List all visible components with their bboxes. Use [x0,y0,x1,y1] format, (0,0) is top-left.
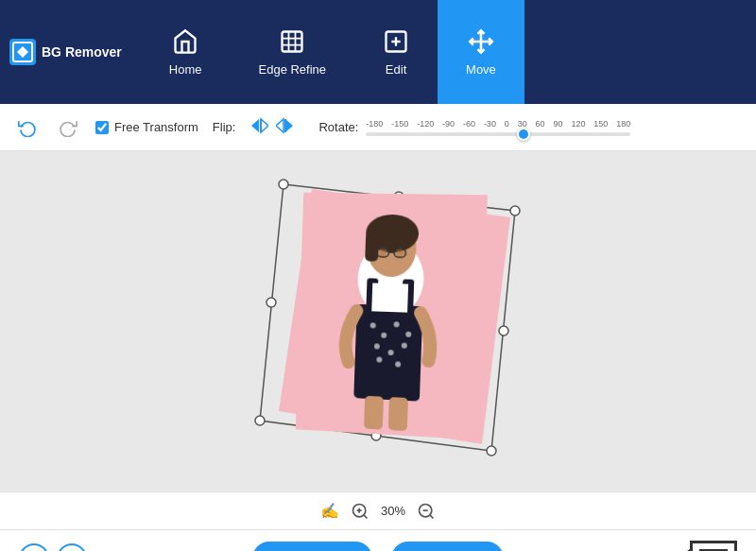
flip-left-icon [251,117,268,134]
app-logo: BG Remover [9,39,122,65]
svg-rect-37 [364,396,384,430]
logo-icon [9,39,36,65]
rotate-section: Rotate: -180-150-120-90-60-3003060901201… [318,114,630,141]
redo-icon [59,118,77,137]
tab-move-label: Move [466,62,496,77]
canvas-area [0,151,756,491]
rotate-label: Rotate: [318,120,358,134]
svg-line-40 [364,514,368,518]
arrow-indicator [690,541,737,552]
footer-nav [19,543,87,552]
free-transform-label: Free Transform [114,120,198,134]
new-image-button[interactable]: New Image [252,542,372,552]
edge-refine-icon [279,28,305,55]
next-button[interactable] [57,543,87,552]
app-title: BG Remover [42,44,122,60]
undo-icon [18,118,37,137]
svg-rect-38 [388,397,408,431]
image-preview [296,193,488,440]
redo-button[interactable] [55,114,81,141]
nav-tabs: Home Edge Refine Edit Move [141,0,524,104]
free-transform-control: Free Transform [95,120,198,134]
svg-marker-8 [261,119,268,132]
tab-edit[interactable]: Edit [354,0,438,104]
tab-edit-label: Edit [386,62,406,77]
svg-marker-6 [251,119,259,132]
undo-button[interactable] [14,114,41,141]
flip-arrows [249,115,295,139]
app-header: BG Remover Home Edge Refine Edit [0,0,756,104]
handle-br[interactable] [487,446,496,456]
handle-lm[interactable] [266,298,276,307]
rotate-ruler[interactable]: -180-150-120-90-60-300306090120150180 [366,114,630,141]
flip-right-icon [276,117,293,134]
svg-marker-9 [276,119,284,132]
download-button[interactable]: Download [391,542,503,552]
hand-tool-button[interactable]: ✍ [320,502,339,520]
svg-rect-2 [283,31,302,51]
svg-line-44 [430,514,434,518]
footer: New Image Download [0,529,756,551]
prev-button[interactable] [19,543,49,552]
tab-edge-refine-label: Edge Refine [259,62,327,77]
rotate-handle[interactable] [517,128,530,141]
flip-label: Flip: [213,120,236,134]
zoom-bar: ✍ 30% [0,491,756,529]
move-icon [468,28,494,55]
zoom-in-button[interactable] [351,502,369,521]
zoom-in-icon [351,502,369,521]
svg-rect-31 [365,232,379,261]
flip-vertical-button[interactable] [274,115,295,139]
zoom-percent-label: 30% [381,504,405,518]
handle-tr[interactable] [510,206,520,215]
toolbar: Free Transform Flip: Rotate: -180-150-12… [0,104,756,151]
home-icon [172,28,198,55]
free-transform-checkbox[interactable] [95,121,109,134]
tab-move[interactable]: Move [438,0,524,104]
handle-tl[interactable] [279,180,288,189]
edit-icon [383,28,409,55]
tab-edge-refine[interactable]: Edge Refine [231,0,355,104]
zoom-out-button[interactable] [417,502,436,521]
flip-horizontal-button[interactable] [249,115,270,139]
handle-rm[interactable] [499,326,508,336]
person-svg [296,193,488,440]
tab-home[interactable]: Home [141,0,231,104]
handle-bl[interactable] [255,416,265,425]
zoom-out-icon [417,502,436,521]
tab-home-label: Home [169,62,202,77]
image-container [227,165,529,477]
svg-marker-11 [285,119,293,132]
arrow-box [690,541,737,552]
svg-rect-19 [371,283,408,312]
